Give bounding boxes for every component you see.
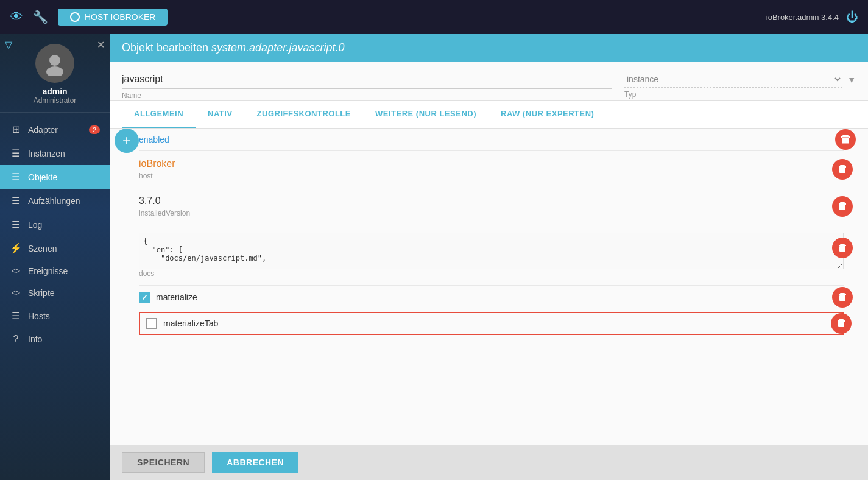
title-prefix: Objekt bearbeiten xyxy=(122,41,211,54)
wrench-icon[interactable]: 🔧 xyxy=(33,10,48,24)
aufzaehlungen-icon: ☰ xyxy=(10,195,22,206)
type-label: Typ xyxy=(624,90,856,99)
sidebar-item-info[interactable]: ? Info xyxy=(0,328,110,351)
user-name: admin xyxy=(42,86,67,96)
sidebar-item-log[interactable]: ☰ Log xyxy=(0,213,110,236)
adapter-badge: 2 xyxy=(89,125,100,134)
tab-zugriffskontrolle[interactable]: ZUGRIFFSKONTROLLE xyxy=(245,101,363,128)
tabs: ALLGEMEIN NATIV ZUGRIFFSKONTROLLE WEITER… xyxy=(110,101,868,129)
adapter-icon: ⊞ xyxy=(10,124,22,135)
materialize-label: materialize xyxy=(156,292,197,302)
sidebar-item-hosts[interactable]: ☰ Hosts xyxy=(0,304,110,328)
delete-docs-button[interactable] xyxy=(832,238,853,258)
svg-rect-20 xyxy=(838,322,844,327)
host-btn-circle xyxy=(70,12,80,22)
close-button[interactable]: ✕ xyxy=(97,39,105,51)
sidebar-item-instanzen-label: Instanzen xyxy=(28,149,65,158)
type-field-group: instance ▼ Typ xyxy=(624,71,856,100)
tab-weitere[interactable]: WEITERE (NUR LESEND) xyxy=(363,101,489,128)
svg-rect-10 xyxy=(840,202,845,203)
form-top: Name instance ▼ Typ xyxy=(110,62,868,101)
name-input[interactable] xyxy=(122,71,612,89)
delete-host-button[interactable] xyxy=(832,159,853,180)
svg-rect-9 xyxy=(839,203,846,205)
tab-allgemein[interactable]: ALLGEMEIN xyxy=(122,101,196,128)
delete-materialize-tab-button[interactable] xyxy=(831,313,852,334)
main-content: Objekt bearbeiten system.adapter.javascr… xyxy=(110,34,868,480)
tab-nativ[interactable]: NATIV xyxy=(196,101,245,128)
eye-icon[interactable]: 👁 xyxy=(10,9,23,25)
form-area: Name instance ▼ Typ ALLGEMEIN NATIV ZUGR… xyxy=(110,62,868,480)
sidebar-item-objekte[interactable]: ☰ Objekte xyxy=(0,165,110,189)
installed-version-field-name: installedVersion xyxy=(139,209,844,217)
docs-textarea[interactable]: { "en": [ "docs/en/javascript.md", xyxy=(139,233,844,269)
svg-rect-14 xyxy=(839,246,845,252)
enabled-link[interactable]: enabled xyxy=(139,135,169,144)
title-bar: Objekt bearbeiten system.adapter.javascr… xyxy=(110,34,868,62)
type-select[interactable]: instance xyxy=(624,71,842,88)
sidebar: ▽ ✕ admin Administrator ⊞ Adapter 2 ☰ In… xyxy=(0,34,110,480)
user-section: ▽ ✕ admin Administrator xyxy=(0,34,110,113)
svg-rect-3 xyxy=(842,135,849,136)
svg-point-1 xyxy=(46,66,63,76)
sidebar-item-aufzaehlungen-label: Aufzählungen xyxy=(28,196,80,206)
delete-materialize-button[interactable] xyxy=(832,287,853,308)
triangle-icon: ▽ xyxy=(5,39,12,51)
sidebar-item-skripte[interactable]: <> Skripte xyxy=(0,282,110,304)
header-right: ioBroker.admin 3.4.4 ⏻ xyxy=(766,10,858,24)
svg-rect-4 xyxy=(842,138,849,144)
materialize-checkbox[interactable]: ✓ xyxy=(139,292,150,303)
add-button[interactable]: + xyxy=(115,129,139,153)
svg-point-0 xyxy=(49,55,60,66)
sidebar-item-info-label: Info xyxy=(28,334,42,344)
materialize-checkbox-row: ✓ materialize xyxy=(139,286,844,309)
user-role: Administrator xyxy=(34,96,77,105)
top-header: 👁 🔧 HOST IOBROKER ioBroker.admin 3.4.4 ⏻ xyxy=(0,0,868,34)
materialize-tab-label: materializeTab xyxy=(163,319,218,328)
materialize-tab-checkbox[interactable] xyxy=(146,318,157,329)
instanzen-icon: ☰ xyxy=(10,147,22,159)
sidebar-item-ereignisse-label: Ereignisse xyxy=(28,266,68,276)
host-value: ioBroker xyxy=(139,158,844,172)
name-label: Name xyxy=(122,91,612,100)
enabled-row: enabled xyxy=(139,129,844,151)
power-icon[interactable]: ⏻ xyxy=(846,10,858,24)
save-button[interactable]: SPEICHERN xyxy=(122,452,205,473)
installed-version-row: 3.7.0 installedVersion xyxy=(139,188,844,225)
ereignisse-icon: <> xyxy=(10,267,22,275)
info-icon: ? xyxy=(10,334,22,345)
bottom-bar: SPEICHERN ABBRECHEN xyxy=(110,445,868,480)
log-icon: ☰ xyxy=(10,219,22,230)
svg-rect-16 xyxy=(840,293,845,294)
host-button-label: HOST IOBROKER xyxy=(85,12,155,22)
host-field-name: host xyxy=(139,172,844,180)
svg-rect-12 xyxy=(839,245,846,246)
svg-rect-17 xyxy=(839,295,845,301)
svg-rect-8 xyxy=(839,168,845,173)
svg-rect-11 xyxy=(839,205,845,210)
sidebar-item-objekte-label: Objekte xyxy=(28,172,57,182)
dropdown-arrow-icon: ▼ xyxy=(847,75,856,85)
delete-version-button[interactable] xyxy=(832,196,853,217)
installed-version-value: 3.7.0 xyxy=(139,196,844,209)
sidebar-item-ereignisse[interactable]: <> Ereignisse xyxy=(0,260,110,282)
avatar xyxy=(35,44,74,83)
sidebar-item-szenen[interactable]: ⚡ Szenen xyxy=(0,236,110,260)
sidebar-item-adapter[interactable]: ⊞ Adapter 2 xyxy=(0,118,110,141)
szenen-icon: ⚡ xyxy=(10,242,22,254)
svg-rect-7 xyxy=(840,165,845,166)
tab-raw[interactable]: RAW (NUR EXPERTEN) xyxy=(489,101,606,128)
sidebar-item-instanzen[interactable]: ☰ Instanzen xyxy=(0,141,110,165)
sidebar-item-log-label: Log xyxy=(28,220,42,230)
sidebar-item-hosts-label: Hosts xyxy=(28,311,50,321)
sidebar-item-aufzaehlungen[interactable]: ☰ Aufzählungen xyxy=(0,189,110,213)
svg-rect-18 xyxy=(838,320,845,322)
hosts-icon: ☰ xyxy=(10,310,22,322)
host-field-row: ioBroker host xyxy=(139,151,844,188)
delete-enabled-button[interactable] xyxy=(835,129,856,150)
sidebar-item-adapter-label: Adapter xyxy=(28,125,58,135)
cancel-button[interactable]: ABBRECHEN xyxy=(212,452,298,473)
title-path: system.adapter.javascript.0 xyxy=(211,41,344,54)
svg-rect-19 xyxy=(839,319,844,320)
host-button[interactable]: HOST IOBROKER xyxy=(58,9,168,26)
